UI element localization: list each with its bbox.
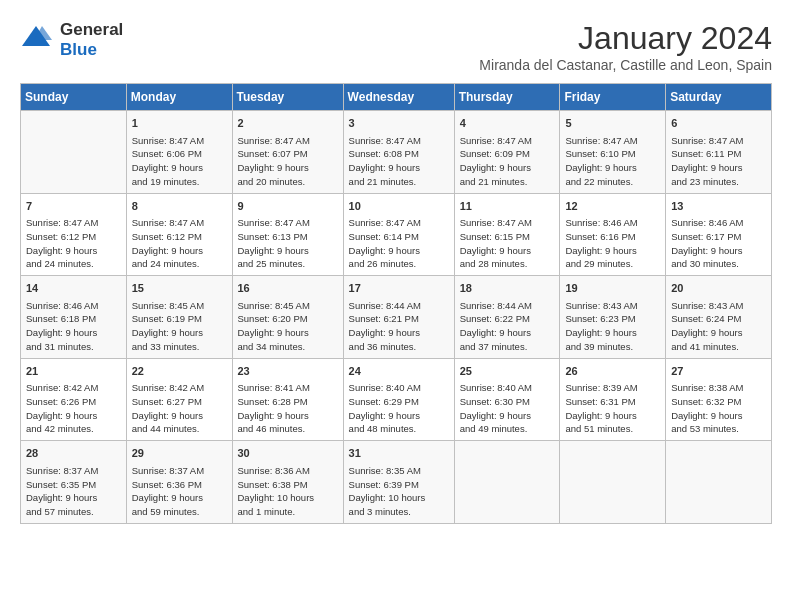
header-wednesday: Wednesday <box>343 84 454 111</box>
day-number: 1 <box>132 115 227 132</box>
day-info: Sunrise: 8:46 AM Sunset: 6:16 PM Dayligh… <box>565 216 660 271</box>
calendar-cell: 27Sunrise: 8:38 AM Sunset: 6:32 PM Dayli… <box>666 358 772 441</box>
day-number: 16 <box>238 280 338 297</box>
day-info: Sunrise: 8:38 AM Sunset: 6:32 PM Dayligh… <box>671 381 766 436</box>
calendar-cell: 14Sunrise: 8:46 AM Sunset: 6:18 PM Dayli… <box>21 276 127 359</box>
logo-blue: Blue <box>60 40 97 59</box>
calendar-cell: 7Sunrise: 8:47 AM Sunset: 6:12 PM Daylig… <box>21 193 127 276</box>
calendar-cell: 13Sunrise: 8:46 AM Sunset: 6:17 PM Dayli… <box>666 193 772 276</box>
calendar-cell: 11Sunrise: 8:47 AM Sunset: 6:15 PM Dayli… <box>454 193 560 276</box>
day-number: 6 <box>671 115 766 132</box>
calendar-cell: 24Sunrise: 8:40 AM Sunset: 6:29 PM Dayli… <box>343 358 454 441</box>
day-info: Sunrise: 8:47 AM Sunset: 6:15 PM Dayligh… <box>460 216 555 271</box>
calendar-cell <box>454 441 560 524</box>
day-info: Sunrise: 8:47 AM Sunset: 6:10 PM Dayligh… <box>565 134 660 189</box>
day-info: Sunrise: 8:41 AM Sunset: 6:28 PM Dayligh… <box>238 381 338 436</box>
calendar-cell: 3Sunrise: 8:47 AM Sunset: 6:08 PM Daylig… <box>343 111 454 194</box>
calendar-cell: 29Sunrise: 8:37 AM Sunset: 6:36 PM Dayli… <box>126 441 232 524</box>
day-number: 27 <box>671 363 766 380</box>
day-info: Sunrise: 8:47 AM Sunset: 6:12 PM Dayligh… <box>26 216 121 271</box>
day-info: Sunrise: 8:47 AM Sunset: 6:07 PM Dayligh… <box>238 134 338 189</box>
day-info: Sunrise: 8:46 AM Sunset: 6:17 PM Dayligh… <box>671 216 766 271</box>
calendar-cell: 12Sunrise: 8:46 AM Sunset: 6:16 PM Dayli… <box>560 193 666 276</box>
calendar-week-2: 7Sunrise: 8:47 AM Sunset: 6:12 PM Daylig… <box>21 193 772 276</box>
day-number: 18 <box>460 280 555 297</box>
day-info: Sunrise: 8:47 AM Sunset: 6:06 PM Dayligh… <box>132 134 227 189</box>
day-info: Sunrise: 8:45 AM Sunset: 6:20 PM Dayligh… <box>238 299 338 354</box>
day-info: Sunrise: 8:47 AM Sunset: 6:12 PM Dayligh… <box>132 216 227 271</box>
calendar-cell: 10Sunrise: 8:47 AM Sunset: 6:14 PM Dayli… <box>343 193 454 276</box>
calendar-week-1: 1Sunrise: 8:47 AM Sunset: 6:06 PM Daylig… <box>21 111 772 194</box>
calendar-cell: 30Sunrise: 8:36 AM Sunset: 6:38 PM Dayli… <box>232 441 343 524</box>
calendar-table: Sunday Monday Tuesday Wednesday Thursday… <box>20 83 772 524</box>
logo-general: General <box>60 20 123 39</box>
header-saturday: Saturday <box>666 84 772 111</box>
day-info: Sunrise: 8:42 AM Sunset: 6:27 PM Dayligh… <box>132 381 227 436</box>
page-header: General Blue January 2024 Miranda del Ca… <box>20 20 772 73</box>
day-number: 20 <box>671 280 766 297</box>
logo-icon <box>20 24 52 56</box>
logo-text: General Blue <box>60 20 123 60</box>
day-number: 5 <box>565 115 660 132</box>
calendar-cell: 31Sunrise: 8:35 AM Sunset: 6:39 PM Dayli… <box>343 441 454 524</box>
day-info: Sunrise: 8:36 AM Sunset: 6:38 PM Dayligh… <box>238 464 338 519</box>
calendar-cell: 1Sunrise: 8:47 AM Sunset: 6:06 PM Daylig… <box>126 111 232 194</box>
header-thursday: Thursday <box>454 84 560 111</box>
calendar-cell: 28Sunrise: 8:37 AM Sunset: 6:35 PM Dayli… <box>21 441 127 524</box>
day-info: Sunrise: 8:35 AM Sunset: 6:39 PM Dayligh… <box>349 464 449 519</box>
day-number: 22 <box>132 363 227 380</box>
day-number: 31 <box>349 445 449 462</box>
calendar-cell: 4Sunrise: 8:47 AM Sunset: 6:09 PM Daylig… <box>454 111 560 194</box>
header-tuesday: Tuesday <box>232 84 343 111</box>
day-info: Sunrise: 8:40 AM Sunset: 6:30 PM Dayligh… <box>460 381 555 436</box>
day-number: 15 <box>132 280 227 297</box>
calendar-cell: 19Sunrise: 8:43 AM Sunset: 6:23 PM Dayli… <box>560 276 666 359</box>
calendar-cell: 6Sunrise: 8:47 AM Sunset: 6:11 PM Daylig… <box>666 111 772 194</box>
day-number: 28 <box>26 445 121 462</box>
day-info: Sunrise: 8:43 AM Sunset: 6:24 PM Dayligh… <box>671 299 766 354</box>
day-number: 9 <box>238 198 338 215</box>
day-number: 21 <box>26 363 121 380</box>
day-number: 17 <box>349 280 449 297</box>
calendar-cell <box>666 441 772 524</box>
header-sunday: Sunday <box>21 84 127 111</box>
calendar-cell: 25Sunrise: 8:40 AM Sunset: 6:30 PM Dayli… <box>454 358 560 441</box>
logo: General Blue <box>20 20 123 60</box>
calendar-cell: 15Sunrise: 8:45 AM Sunset: 6:19 PM Dayli… <box>126 276 232 359</box>
month-title: January 2024 <box>479 20 772 57</box>
day-number: 19 <box>565 280 660 297</box>
day-info: Sunrise: 8:46 AM Sunset: 6:18 PM Dayligh… <box>26 299 121 354</box>
calendar-cell <box>560 441 666 524</box>
day-number: 3 <box>349 115 449 132</box>
header-monday: Monday <box>126 84 232 111</box>
day-info: Sunrise: 8:47 AM Sunset: 6:09 PM Dayligh… <box>460 134 555 189</box>
calendar-cell: 20Sunrise: 8:43 AM Sunset: 6:24 PM Dayli… <box>666 276 772 359</box>
day-info: Sunrise: 8:37 AM Sunset: 6:35 PM Dayligh… <box>26 464 121 519</box>
calendar-cell: 8Sunrise: 8:47 AM Sunset: 6:12 PM Daylig… <box>126 193 232 276</box>
calendar-cell: 2Sunrise: 8:47 AM Sunset: 6:07 PM Daylig… <box>232 111 343 194</box>
day-info: Sunrise: 8:44 AM Sunset: 6:21 PM Dayligh… <box>349 299 449 354</box>
day-info: Sunrise: 8:37 AM Sunset: 6:36 PM Dayligh… <box>132 464 227 519</box>
title-block: January 2024 Miranda del Castanar, Casti… <box>479 20 772 73</box>
calendar-cell: 21Sunrise: 8:42 AM Sunset: 6:26 PM Dayli… <box>21 358 127 441</box>
day-number: 10 <box>349 198 449 215</box>
calendar-cell: 22Sunrise: 8:42 AM Sunset: 6:27 PM Dayli… <box>126 358 232 441</box>
calendar-week-3: 14Sunrise: 8:46 AM Sunset: 6:18 PM Dayli… <box>21 276 772 359</box>
calendar-cell: 18Sunrise: 8:44 AM Sunset: 6:22 PM Dayli… <box>454 276 560 359</box>
day-number: 26 <box>565 363 660 380</box>
header-friday: Friday <box>560 84 666 111</box>
day-number: 4 <box>460 115 555 132</box>
day-number: 7 <box>26 198 121 215</box>
day-info: Sunrise: 8:43 AM Sunset: 6:23 PM Dayligh… <box>565 299 660 354</box>
day-number: 11 <box>460 198 555 215</box>
calendar-cell: 5Sunrise: 8:47 AM Sunset: 6:10 PM Daylig… <box>560 111 666 194</box>
calendar-cell <box>21 111 127 194</box>
calendar-header-row: Sunday Monday Tuesday Wednesday Thursday… <box>21 84 772 111</box>
calendar-cell: 16Sunrise: 8:45 AM Sunset: 6:20 PM Dayli… <box>232 276 343 359</box>
day-number: 29 <box>132 445 227 462</box>
day-number: 2 <box>238 115 338 132</box>
day-number: 13 <box>671 198 766 215</box>
calendar-cell: 23Sunrise: 8:41 AM Sunset: 6:28 PM Dayli… <box>232 358 343 441</box>
day-number: 12 <box>565 198 660 215</box>
day-info: Sunrise: 8:42 AM Sunset: 6:26 PM Dayligh… <box>26 381 121 436</box>
